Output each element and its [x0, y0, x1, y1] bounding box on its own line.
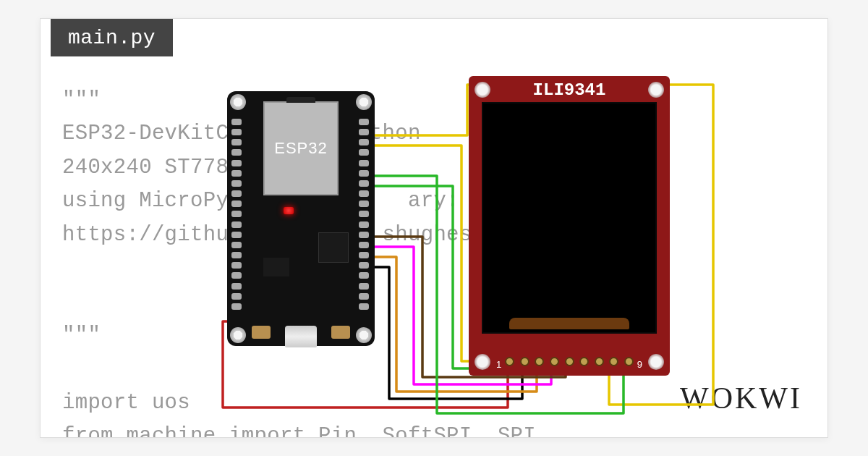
gpio-pin: [359, 283, 369, 290]
gpio-pin: [359, 149, 369, 156]
pin-header-right: [359, 119, 370, 310]
gpio-pin: [359, 170, 369, 177]
display-pin: [505, 357, 514, 366]
mount-hole: [230, 94, 246, 110]
gpio-pin: [359, 272, 369, 279]
power-led-icon: [284, 207, 294, 214]
mount-hole: [230, 327, 246, 343]
display-pin: [624, 357, 634, 366]
gpio-pin: [359, 232, 369, 238]
chip-icon: [318, 232, 349, 263]
pin-header-bottom: [505, 354, 634, 368]
display-pin: [550, 357, 559, 366]
gpio-pin: [359, 129, 369, 135]
filename-tab: main.py: [51, 18, 173, 56]
pin-header-left: [231, 119, 243, 310]
gpio-pin: [359, 160, 369, 166]
ili9341-display[interactable]: ILI9341 1 9: [469, 76, 670, 376]
gpio-pin: [359, 242, 369, 248]
display-label: ILI9341: [469, 80, 670, 100]
gpio-pin: [359, 252, 369, 258]
gpio-pin: [231, 170, 242, 177]
esp32-label: ESP32: [274, 139, 328, 158]
gpio-pin: [359, 200, 369, 207]
gpio-pin: [359, 190, 369, 197]
gpio-pin: [231, 200, 242, 207]
mount-hole: [648, 354, 664, 370]
gpio-pin: [231, 119, 242, 125]
esp32-board[interactable]: ESP32: [227, 91, 375, 346]
gpio-pin: [359, 262, 369, 269]
gpio-pin: [359, 139, 369, 145]
circuit-canvas: ESP32 ILI9341 1 9: [207, 80, 728, 421]
boot-button[interactable]: [331, 326, 350, 339]
gpio-pin: [231, 180, 242, 187]
gpio-pin: [359, 293, 369, 300]
gpio-pin: [359, 180, 369, 187]
pin-number-last: 9: [637, 359, 642, 370]
filename-text: main.py: [68, 27, 156, 49]
gpio-pin: [231, 129, 242, 135]
gpio-pin: [359, 119, 369, 125]
lcd-screen: [482, 102, 657, 334]
mount-hole: [475, 354, 490, 370]
mount-hole: [356, 94, 372, 110]
gpio-pin: [231, 272, 242, 279]
mount-hole: [356, 327, 372, 343]
gpio-pin: [231, 149, 242, 156]
gpio-pin: [231, 252, 242, 258]
gpio-pin: [231, 242, 242, 248]
regulator-icon: [263, 258, 289, 276]
display-pin: [535, 357, 544, 366]
display-pin: [565, 357, 574, 366]
pin-number-first: 1: [496, 359, 501, 370]
gpio-pin: [231, 139, 242, 145]
preview-card: main.py """ ESP32-DevKitC V4/MicroPython…: [40, 18, 828, 438]
esp32-shield: ESP32: [263, 101, 339, 195]
gpio-pin: [231, 283, 242, 290]
gpio-pin: [231, 303, 242, 310]
gpio-pin: [359, 211, 369, 217]
gpio-pin: [231, 160, 242, 166]
reset-button[interactable]: [252, 326, 271, 339]
gpio-pin: [231, 262, 242, 269]
gpio-pin: [231, 293, 242, 300]
display-pin: [609, 357, 618, 366]
display-pin: [595, 357, 604, 366]
display-pin: [579, 357, 589, 366]
display-pin: [520, 357, 529, 366]
gpio-pin: [231, 232, 242, 238]
usb-port-icon: [285, 326, 317, 347]
gpio-pin: [359, 221, 369, 228]
gpio-pin: [231, 190, 242, 197]
gpio-pin: [231, 221, 242, 228]
gpio-pin: [359, 303, 369, 310]
gpio-pin: [231, 211, 242, 217]
